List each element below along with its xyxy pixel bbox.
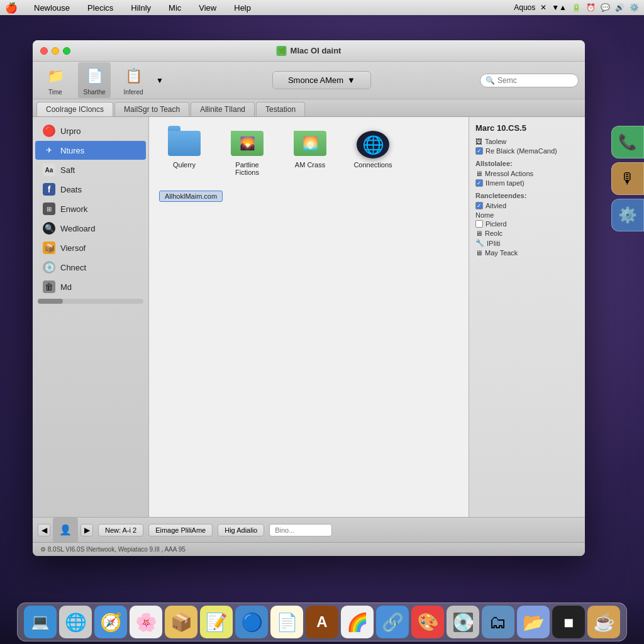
time-icon: 📁 bbox=[44, 65, 67, 87]
sidebar-scrollbar[interactable] bbox=[38, 299, 143, 304]
toolbar-infered-btn[interactable]: 📋 Infered bbox=[117, 62, 150, 98]
apple-menu[interactable]: 🍎 bbox=[5, 2, 18, 14]
taolew-label: Taolew bbox=[485, 138, 506, 145]
dock-safari2[interactable]: 🧭 bbox=[94, 606, 127, 638]
nav-next-arrow[interactable]: ▶ bbox=[80, 524, 93, 536]
traffic-lights bbox=[40, 47, 70, 55]
search-input[interactable] bbox=[497, 76, 573, 85]
content-area: 🔴 Urpro ✈ Ntures Aa Saft f Deats ⊞ Enwor… bbox=[33, 117, 585, 517]
dock-folder2[interactable]: 📂 bbox=[517, 606, 550, 638]
iimem-checkbox[interactable]: ✓ bbox=[475, 179, 483, 187]
smonce-dropdown-arrow: ▼ bbox=[347, 75, 355, 85]
settings-icon[interactable]: ⚙️ bbox=[630, 3, 639, 12]
viersof-icon: 📦 bbox=[43, 242, 55, 254]
dock-coffee[interactable]: ☕ bbox=[587, 606, 620, 638]
side-dock-mic[interactable]: 🎙 bbox=[611, 162, 644, 195]
info-row-taolew: 🖼 Taolew bbox=[475, 138, 579, 145]
menu-mic[interactable]: Mic bbox=[165, 2, 185, 14]
notification-icon: 💬 bbox=[601, 3, 610, 12]
menu-hilnly[interactable]: Hilnly bbox=[127, 2, 155, 14]
sharthe-icon: 📄 bbox=[83, 65, 106, 87]
dock-trash[interactable]: 🗂 bbox=[482, 606, 514, 638]
reblaick-checkbox[interactable]: ✓ bbox=[475, 147, 483, 155]
nav-prev-arrow[interactable]: ◀ bbox=[38, 524, 50, 536]
tab-coolrage[interactable]: Coolrage ICloncs bbox=[36, 102, 113, 116]
dock-photos[interactable]: 🌸 bbox=[130, 606, 162, 638]
dropdown-arrow[interactable]: ▼ bbox=[156, 76, 164, 85]
dock-archive[interactable]: 📦 bbox=[165, 606, 197, 638]
dock-notes1[interactable]: 📝 bbox=[200, 606, 233, 638]
aitvied-label: Aitvied bbox=[486, 202, 506, 209]
dock-rainbow[interactable]: 🎨 bbox=[411, 606, 444, 638]
tab-allinite[interactable]: Allinite TIland bbox=[191, 102, 255, 116]
dock-network[interactable]: 🔗 bbox=[376, 606, 409, 638]
sharthe-label: Sharthe bbox=[83, 89, 105, 96]
info-panel: Marc 10.CS.5 🖼 Taolew ✓ Re Blaick (MemaC… bbox=[469, 117, 585, 517]
time-label: Time bbox=[48, 89, 62, 96]
new-btn[interactable]: New: A-i 2 bbox=[98, 524, 143, 536]
md-icon: 🗑 bbox=[43, 280, 55, 293]
info-row-reolc: 🖥 Reolc bbox=[475, 230, 579, 237]
volume-icon: 🔊 bbox=[615, 3, 625, 12]
sidebar-item-saft[interactable]: Aa Saft bbox=[35, 160, 146, 179]
toolbar-time-btn[interactable]: 📁 Time bbox=[39, 62, 72, 98]
maximize-button[interactable] bbox=[63, 47, 70, 55]
dock-finder[interactable]: 💻 bbox=[24, 606, 57, 638]
sidebar-item-urpro[interactable]: 🔴 Urpro bbox=[35, 121, 146, 140]
selected-url-container: AllhoklMaim.com bbox=[149, 190, 469, 202]
info-row-may-teack: 🖥 May Teack bbox=[475, 249, 579, 257]
minimize-button[interactable] bbox=[52, 47, 59, 55]
mayteack-label: May Teack bbox=[485, 249, 518, 257]
sidebar-scroll-thumb[interactable] bbox=[38, 299, 63, 304]
toolbar-search[interactable]: 🔍 bbox=[480, 74, 579, 87]
sidebar-item-chnect[interactable]: 💿 Chnect bbox=[35, 258, 146, 277]
dock-safari1[interactable]: 🌐 bbox=[59, 606, 92, 638]
reolc-label: Reolc bbox=[485, 230, 502, 237]
sidebar-item-wedloard[interactable]: 🔍 Wedloard bbox=[35, 219, 146, 238]
smonce-btn[interactable]: Smonce AMem ▼ bbox=[272, 71, 371, 89]
aitvied-checkbox[interactable]: ✓ bbox=[475, 202, 483, 209]
dock-migration[interactable]: 🔵 bbox=[235, 606, 268, 638]
dock-typeface[interactable]: A bbox=[306, 606, 338, 638]
infered-label: Infered bbox=[123, 89, 143, 96]
sidebar-item-viersof[interactable]: 📦 Viersof bbox=[35, 238, 146, 257]
sidebar-item-deats[interactable]: f Deats bbox=[35, 180, 146, 199]
dock-chrome[interactable]: 🌈 bbox=[341, 606, 374, 638]
toolbar-center: Smonce AMem ▼ bbox=[170, 71, 474, 89]
eimage-btn[interactable]: Eimage PliliAme bbox=[148, 524, 213, 536]
bottom-input[interactable] bbox=[269, 524, 332, 536]
toolbar-sharthe-btn[interactable]: 📄 Sharthe bbox=[78, 62, 111, 98]
close-icon[interactable]: ✕ bbox=[540, 3, 547, 12]
close-button[interactable] bbox=[40, 47, 48, 55]
status-text: ⚙ 8.0SL VI6.0S INertwook, Wepiataco 9.II… bbox=[40, 546, 186, 553]
info-row-iimem: ✓ IImem tapet) bbox=[475, 179, 579, 187]
piclerd-checkbox[interactable] bbox=[475, 220, 483, 228]
dock-terminal[interactable]: ◼ bbox=[552, 606, 585, 638]
sidebar-item-md[interactable]: 🗑 Md bbox=[35, 277, 146, 296]
menu-help[interactable]: Help bbox=[230, 2, 255, 14]
dock-cdrom[interactable]: 💽 bbox=[447, 606, 479, 638]
menu-view[interactable]: View bbox=[195, 2, 220, 14]
toolbar: 📁 Time 📄 Sharthe 📋 Infered ▼ Smonce AMem… bbox=[33, 62, 585, 99]
folder-item-partline[interactable]: 🌄 Partline Fictions bbox=[222, 127, 272, 180]
main-window: 🌿 MIac OI daint 📁 Time 📄 Sharthe 📋 Infer… bbox=[33, 40, 585, 556]
folder-item-connections[interactable]: 🌐 Connections bbox=[348, 127, 398, 180]
info-row-aitvied: ✓ Aitvied bbox=[475, 202, 579, 209]
side-dock-settings[interactable]: ⚙️ bbox=[611, 199, 644, 231]
menu-newlouse[interactable]: Newlouse bbox=[30, 2, 74, 14]
sidebar-item-enwork[interactable]: ⊞ Enwork bbox=[35, 199, 146, 218]
sidebar-label-chnect: Chnect bbox=[60, 263, 86, 272]
folder-item-amcrass[interactable]: 🌅 AM Crass bbox=[285, 127, 335, 180]
hig-btn[interactable]: Hig Adialio bbox=[218, 524, 264, 536]
info-section-allstolalee: Allstolalee: bbox=[475, 160, 579, 167]
menu-plecics[interactable]: Plecics bbox=[84, 2, 117, 14]
sidebar-label-enwork: Enwork bbox=[60, 204, 87, 214]
deats-icon: f bbox=[43, 183, 55, 196]
tab-testation[interactable]: Testation bbox=[256, 102, 305, 116]
dock-notefile[interactable]: 📄 bbox=[270, 606, 303, 638]
tab-mailsgr[interactable]: MailSgr to Teach bbox=[114, 102, 189, 116]
sidebar-item-ntures[interactable]: ✈ Ntures bbox=[35, 141, 146, 160]
side-dock-phone[interactable]: 📞 bbox=[611, 126, 644, 158]
mressol-icon: 🖥 bbox=[475, 170, 482, 177]
folder-item-qulerry[interactable]: Qulerry bbox=[159, 127, 209, 180]
